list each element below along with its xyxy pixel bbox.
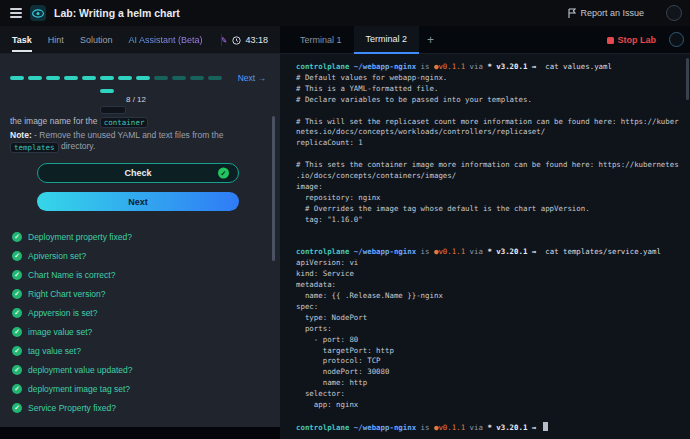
terminal-line: name: {{ .Release.Name }}-nginx bbox=[296, 291, 685, 302]
checklist-item: ✓deployment image tag set? bbox=[12, 384, 270, 394]
terminal-line: # This is a YAML-formatted file. bbox=[296, 84, 685, 95]
terminal-line bbox=[296, 106, 685, 117]
terminal-line: - port: 80 bbox=[296, 335, 685, 346]
terminal-line: controlplane ~/webapp-nginx is ●v0.1.1 v… bbox=[296, 247, 685, 258]
checklist-item: ✓Right Chart version? bbox=[12, 289, 270, 299]
terminal-line bbox=[296, 149, 685, 160]
check-button-label: Check bbox=[124, 168, 151, 178]
progress-dash bbox=[154, 76, 168, 80]
check-button[interactable]: Check ✓ bbox=[37, 163, 239, 183]
templates-code-chip: templates bbox=[10, 142, 59, 153]
terminal-line: # Declare variables to be passed into yo… bbox=[296, 95, 685, 106]
terminal-scrollbar[interactable] bbox=[686, 58, 689, 100]
terminal-line: selector: bbox=[296, 389, 685, 400]
tab-terminal-1[interactable]: Terminal 1 bbox=[288, 26, 354, 54]
lesson-tab-bar: Task Hint Solution AI Assistant (Beta) ✎… bbox=[0, 26, 280, 54]
report-issue-label: Report an Issue bbox=[580, 8, 644, 18]
check-circle-icon: ✓ bbox=[12, 270, 22, 280]
terminal-cursor bbox=[543, 422, 548, 431]
terminal-line: metadata: bbox=[296, 280, 685, 291]
task-panel: Next → 8 / 12 the image name for the con… bbox=[0, 54, 280, 427]
terminal-line: # This sets the container image more inf… bbox=[296, 160, 685, 171]
checklist: ✓Deployment property fixed?✓Apiversion s… bbox=[12, 232, 270, 422]
terminal-line: type: NodePort bbox=[296, 313, 685, 324]
progress-dash bbox=[10, 76, 24, 80]
progress-dash bbox=[46, 76, 60, 80]
lab-avatar[interactable] bbox=[669, 32, 684, 47]
stop-icon bbox=[607, 37, 614, 44]
stop-lab-label: Stop Lab bbox=[618, 35, 657, 45]
terminal-line bbox=[296, 411, 685, 422]
terminal-line: targetPort: http bbox=[296, 346, 685, 357]
checklist-item-label: deployment image tag set? bbox=[28, 384, 130, 394]
terminal-line: image: bbox=[296, 182, 685, 193]
terminal-line: repository: nginx bbox=[296, 193, 685, 204]
user-avatar[interactable] bbox=[666, 5, 682, 21]
check-circle-icon: ✓ bbox=[12, 403, 22, 413]
checklist-item-label: Apiversion set? bbox=[28, 251, 86, 261]
check-circle-icon: ✓ bbox=[12, 384, 22, 394]
next-step-link[interactable]: Next → bbox=[238, 73, 266, 83]
timer-value: 43:18 bbox=[245, 35, 268, 45]
report-issue-button[interactable]: Report an Issue bbox=[568, 0, 644, 26]
kodekloud-logo-icon[interactable] bbox=[30, 5, 46, 21]
checklist-item: ✓deployment value updated? bbox=[12, 365, 270, 375]
tab-terminal-2[interactable]: Terminal 2 bbox=[354, 26, 420, 54]
task-panel-bottom-strip bbox=[0, 427, 280, 439]
header-divider bbox=[221, 34, 222, 46]
progress-dash bbox=[118, 76, 132, 80]
tab-solution[interactable]: Solution bbox=[80, 35, 113, 45]
checklist-item: ✓Chart Name is correct? bbox=[12, 270, 270, 280]
checklist-item-label: image value set? bbox=[28, 327, 92, 337]
hamburger-menu-icon[interactable] bbox=[10, 8, 22, 18]
terminal-line: netes.io/docs/concepts/workloads/control… bbox=[296, 127, 685, 138]
checklist-item: ✓Service Property fixed? bbox=[12, 403, 270, 413]
checklist-item-label: Right Chart version? bbox=[28, 289, 105, 299]
checklist-item-label: deployment value updated? bbox=[28, 365, 132, 375]
progress-dash bbox=[172, 76, 186, 80]
progress-dash bbox=[136, 76, 150, 80]
checklist-item: ✓image value set? bbox=[12, 327, 270, 337]
checklist-item-label: Appversion is set? bbox=[28, 308, 97, 318]
tab-hint[interactable]: Hint bbox=[48, 35, 64, 45]
note-text: Note: - Remove the unused YAML and text … bbox=[10, 130, 250, 153]
progress-counter: 8 / 12 bbox=[0, 95, 272, 104]
task-panel-scrollbar[interactable] bbox=[272, 116, 275, 261]
next-button-label: Next bbox=[128, 197, 148, 207]
checklist-item: ✓Appversion is set? bbox=[12, 308, 270, 318]
note-label: Note: bbox=[10, 130, 32, 140]
terminal-line: ports: bbox=[296, 324, 685, 335]
tab-task[interactable]: Task bbox=[12, 29, 32, 52]
checklist-item: ✓Apiversion set? bbox=[12, 251, 270, 261]
terminal-line: app: nginx bbox=[296, 400, 685, 411]
terminal-line: .io/docs/concepts/containers/images/ bbox=[296, 171, 685, 182]
terminal-pane[interactable]: controlplane ~/webapp-nginx is ●v0.1.1 v… bbox=[280, 54, 690, 439]
terminal-line bbox=[296, 226, 685, 237]
checklist-item-label: Deployment property fixed? bbox=[28, 232, 132, 242]
progress-dash bbox=[100, 76, 114, 80]
terminal-line: spec: bbox=[296, 302, 685, 313]
checklist-item-label: tag value set? bbox=[28, 346, 81, 356]
check-circle-icon: ✓ bbox=[12, 346, 22, 356]
check-circle-icon: ✓ bbox=[12, 232, 22, 242]
terminal-line: # Overrides the image tag whose default … bbox=[296, 204, 685, 215]
check-circle-icon: ✓ bbox=[12, 365, 22, 375]
progress-dash-current bbox=[100, 89, 114, 93]
checklist-item-label: Chart Name is correct? bbox=[28, 270, 115, 280]
next-button[interactable]: Next bbox=[37, 192, 239, 211]
terminal-line: apiVersion: vi bbox=[296, 258, 685, 269]
checklist-item: ✓Deployment property fixed? bbox=[12, 232, 270, 242]
check-circle-icon: ✓ bbox=[12, 289, 22, 299]
add-terminal-button[interactable]: + bbox=[419, 26, 442, 54]
checklist-item: ✓tag value set? bbox=[12, 346, 270, 356]
tab-ai-assistant[interactable]: AI Assistant (Beta) bbox=[128, 35, 202, 45]
stop-lab-button[interactable]: Stop Lab bbox=[607, 26, 657, 54]
terminal-line: replicaCount: 1 bbox=[296, 138, 685, 149]
check-circle-icon: ✓ bbox=[12, 251, 22, 261]
instruction-text: the image name for the container bbox=[10, 116, 262, 128]
page-title: Lab: Writing a helm chart bbox=[54, 0, 180, 26]
progress-dash bbox=[190, 76, 204, 80]
progress-dash bbox=[82, 76, 96, 80]
clock-icon bbox=[232, 36, 241, 45]
terminal-line: protocol: TCP bbox=[296, 356, 685, 367]
